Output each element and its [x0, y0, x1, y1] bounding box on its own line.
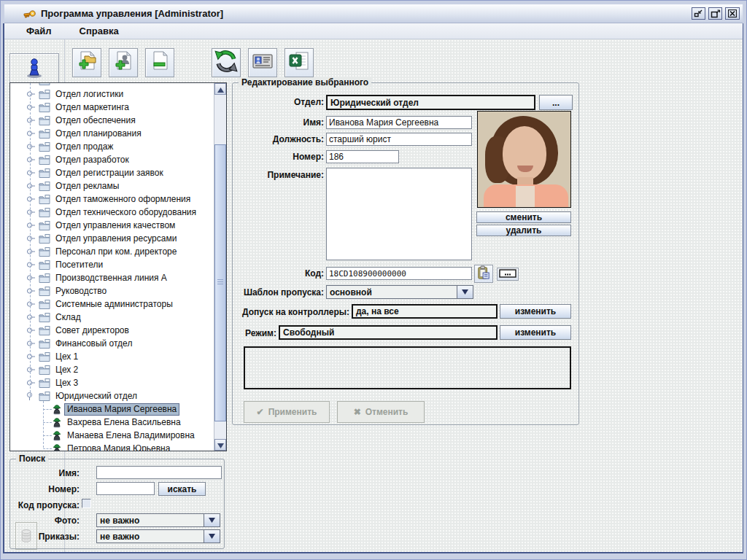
tree-item-department[interactable]: Руководство [26, 284, 109, 298]
tree-item-department[interactable]: Склад [26, 311, 83, 324]
add-person-button[interactable] [109, 48, 138, 77]
tree-item-department[interactable]: Отдел планирования [26, 127, 144, 140]
chevron-down-icon[interactable] [204, 514, 220, 526]
refresh-button[interactable] [212, 48, 241, 77]
minimize-button[interactable] [692, 7, 705, 20]
search-button[interactable]: искать [158, 482, 206, 496]
orders-filter-select[interactable]: не важно [96, 529, 220, 543]
tree-item-department[interactable]: Отдел разработок [26, 153, 131, 166]
tree-item-department[interactable]: Отдел управления ресурсами [26, 232, 179, 245]
menu-item-1[interactable]: Справка [71, 26, 128, 36]
tree-expand-handle[interactable] [26, 273, 36, 282]
chevron-down-icon[interactable] [457, 286, 473, 298]
tree-expand-handle[interactable] [26, 339, 36, 348]
tree-item-department[interactable]: Цех 3 [26, 376, 80, 389]
badge-icon [251, 50, 274, 76]
tree-item-department[interactable]: Отдел маркетинга [26, 101, 131, 114]
scroll-up-button[interactable] [214, 83, 226, 95]
access-change-button[interactable]: изменить [500, 304, 571, 319]
tree-item-employee[interactable]: Вахрева Елена Васильевна [53, 416, 183, 429]
passcode-checkbox[interactable] [82, 499, 91, 508]
mode-change-button[interactable]: изменить [500, 325, 571, 340]
folder-icon [39, 352, 50, 362]
tree-expand-handle[interactable] [26, 313, 36, 322]
tree-expand-handle[interactable] [26, 142, 36, 151]
scroll-down-button[interactable] [214, 439, 226, 451]
tree-expand-handle[interactable] [26, 352, 36, 361]
tree-item-department[interactable]: Совет директоров [26, 324, 131, 337]
tree-item-department[interactable]: Отдел обеспечения [26, 114, 138, 127]
tree-item-department[interactable]: Системные администраторы [26, 298, 175, 311]
tree-item-department[interactable]: Цех 1 [26, 350, 80, 363]
photo-change-button[interactable]: сменить [476, 211, 571, 223]
chevron-down-icon[interactable] [204, 530, 220, 542]
employee-icon [53, 443, 61, 451]
tree-item-department[interactable]: Финансовый отдел [26, 337, 134, 350]
tree-expand-handle[interactable] [26, 103, 36, 112]
tree-expand-handle[interactable] [26, 116, 36, 125]
pass-template-select[interactable]: основной [326, 285, 473, 299]
tree-expand-handle[interactable] [26, 90, 36, 98]
titlebar[interactable]: Программа управления [Administrator] [4, 4, 743, 23]
tree-expand-handle[interactable] [26, 234, 36, 243]
tree-expand-handle[interactable] [26, 287, 36, 295]
tree-expand-handle[interactable] [26, 392, 36, 400]
tree-expand-handle[interactable] [26, 208, 36, 217]
tree-item-partial[interactable] [26, 83, 58, 87]
tree-item-label: Отдел таможенного оформления [53, 194, 193, 205]
tree-expand-handle[interactable] [26, 247, 36, 256]
photo-delete-button[interactable]: удалить [476, 225, 571, 236]
tree-item-label: Отдел продаж [53, 141, 115, 152]
tree-expand-handle[interactable] [26, 129, 36, 138]
position-field[interactable] [326, 133, 472, 146]
tree-expand-handle[interactable] [26, 365, 36, 374]
tree-item-employee[interactable]: Иванова Мария Сергеевна [53, 402, 179, 416]
search-name-input[interactable] [96, 466, 222, 479]
tree-expand-handle[interactable] [26, 326, 36, 335]
tree-item-department[interactable]: Отдел рекламы [26, 179, 121, 192]
number-field[interactable] [326, 150, 399, 163]
photo-filter-select[interactable]: не важно [96, 513, 220, 527]
tree-item-department[interactable]: Отдел продаж [26, 140, 115, 153]
tree-item-department[interactable]: Посетители [26, 258, 105, 271]
add-department-button[interactable] [72, 48, 101, 77]
tree-item-employee[interactable]: Петрова Мария Юрьевна [53, 442, 172, 451]
remove-button[interactable] [145, 48, 174, 77]
folder-icon [39, 142, 50, 152]
code-display-button[interactable] [497, 268, 519, 281]
tree-scrollbar[interactable] [214, 83, 226, 451]
tree-item-label: Отдел планирования [53, 128, 144, 139]
tree-expand-handle[interactable] [26, 155, 36, 164]
apply-button[interactable]: ✔ Применить [244, 401, 330, 423]
tree-item-department[interactable]: Цех 2 [26, 363, 80, 376]
tree-expand-handle[interactable] [26, 182, 36, 190]
badge-button[interactable] [248, 48, 277, 77]
maximize-button[interactable] [708, 7, 722, 20]
tree-expand-handle[interactable] [26, 300, 36, 308]
note-field[interactable] [326, 168, 472, 260]
tree-expand-handle[interactable] [26, 195, 36, 203]
tree-item-department[interactable]: Отдел технического оборудования [26, 206, 198, 219]
close-icon[interactable] [725, 7, 740, 20]
tree-expand-handle[interactable] [26, 83, 36, 85]
department-browse-button[interactable]: ... [539, 95, 573, 110]
tree-item-department[interactable]: Отдел управления качеством [26, 219, 177, 232]
tree-item-employee[interactable]: Манаева Елена Владимировна [53, 429, 197, 442]
tree-expand-handle[interactable] [26, 168, 36, 177]
tree-item-department[interactable]: Отдел логистики [26, 88, 125, 101]
tree-expand-handle[interactable] [26, 221, 36, 230]
tree-expand-handle[interactable] [26, 378, 36, 387]
cancel-button[interactable]: ✖ Отменить [337, 401, 425, 423]
tree-item-department[interactable]: Производственная линия А [26, 271, 169, 284]
excel-export-button[interactable] [285, 48, 314, 77]
tree-item-department[interactable]: Отдел регистрации заявок [26, 166, 166, 179]
name-field[interactable] [326, 116, 472, 129]
search-number-input[interactable] [96, 482, 155, 495]
tree-item-department[interactable]: Отдел таможенного оформления [26, 192, 193, 206]
tree-item-department[interactable]: Персонал при ком. директоре [26, 245, 179, 258]
tree-expand-handle[interactable] [26, 260, 36, 269]
menu-item-0[interactable]: Файл [18, 26, 61, 36]
code-paste-button[interactable] [474, 265, 493, 283]
code-field[interactable] [326, 267, 472, 280]
scrollbar-thumb[interactable] [214, 144, 226, 421]
